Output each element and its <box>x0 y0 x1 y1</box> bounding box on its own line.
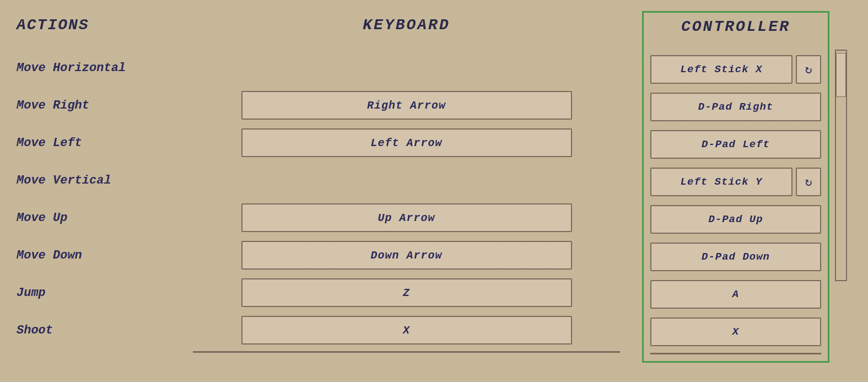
rotate-icon-1[interactable]: ↻ <box>796 168 821 196</box>
keyboard-box-1[interactable]: Right Arrow <box>241 91 572 120</box>
keyboard-cell-0 <box>193 49 620 87</box>
keyboard-box-0[interactable] <box>241 53 572 82</box>
action-row-1: Move Right <box>17 87 171 124</box>
actions-header: ACTIONS <box>17 17 171 34</box>
controller-box-6[interactable]: A <box>650 280 821 309</box>
keyboard-box-7[interactable]: X <box>241 316 572 345</box>
action-row-6: Jump <box>17 274 171 311</box>
keyboard-cell-7: X <box>193 311 620 349</box>
keyboard-box-2[interactable]: Left Arrow <box>241 128 572 157</box>
controller-bottom-border <box>650 353 821 354</box>
keyboard-cell-2: Left Arrow <box>193 124 620 162</box>
action-row-3: Move Vertical <box>17 162 171 199</box>
keyboard-cell-1: Right Arrow <box>193 87 620 124</box>
action-row-0: Move Horizontal <box>17 49 171 87</box>
action-row-5: Move Down <box>17 236 171 274</box>
keyboard-box-4[interactable]: Up Arrow <box>241 203 572 232</box>
keyboard-box-5[interactable]: Down Arrow <box>241 241 572 270</box>
controller-header: CONTROLLER <box>650 18 821 35</box>
main-container: ACTIONS Move Horizontal Move Right Move … <box>17 11 851 363</box>
controller-box-3[interactable]: Left Stick Y <box>650 168 792 196</box>
action-row-4: Move Up <box>17 199 171 236</box>
action-row-2: Move Left <box>17 124 171 162</box>
controller-column: CONTROLLER Left Stick X ↻ D-Pad Right D-… <box>642 11 829 363</box>
keyboard-bottom-border <box>193 351 620 353</box>
keyboard-box-3[interactable] <box>241 166 572 195</box>
controller-cell-1: D-Pad Right <box>650 88 821 126</box>
actions-column: ACTIONS Move Horizontal Move Right Move … <box>17 11 171 363</box>
keyboard-box-6[interactable]: Z <box>241 278 572 307</box>
controller-cell-2: D-Pad Left <box>650 126 821 163</box>
keyboard-cell-3 <box>193 162 620 199</box>
controller-box-7[interactable]: X <box>650 318 821 346</box>
keyboard-header: KEYBOARD <box>193 17 620 34</box>
rotate-icon-0[interactable]: ↻ <box>796 55 821 84</box>
action-row-7: Shoot <box>17 311 171 349</box>
controller-box-5[interactable]: D-Pad Down <box>650 243 821 271</box>
controller-box-0[interactable]: Left Stick X <box>650 55 792 84</box>
controller-box-2[interactable]: D-Pad Left <box>650 130 821 159</box>
controller-cell-5: D-Pad Down <box>650 238 821 276</box>
controller-box-1[interactable]: D-Pad Right <box>650 93 821 121</box>
keyboard-cell-5: Down Arrow <box>193 236 620 274</box>
controller-cell-4: D-Pad Up <box>650 201 821 238</box>
controller-box-4[interactable]: D-Pad Up <box>650 205 821 234</box>
controller-cell-0: Left Stick X ↻ <box>650 51 821 88</box>
scrollbar-area <box>835 11 851 363</box>
scrollbar-thumb[interactable] <box>836 53 846 97</box>
controller-cell-7: X <box>650 313 821 351</box>
scrollbar-track[interactable] <box>835 50 847 281</box>
keyboard-cell-6: Z <box>193 274 620 311</box>
controller-cell-3: Left Stick Y ↻ <box>650 163 821 201</box>
keyboard-cell-4: Up Arrow <box>193 199 620 236</box>
controller-cell-6: A <box>650 276 821 313</box>
keyboard-column: KEYBOARD Right Arrow Left Arrow Up Arrow… <box>171 11 642 363</box>
